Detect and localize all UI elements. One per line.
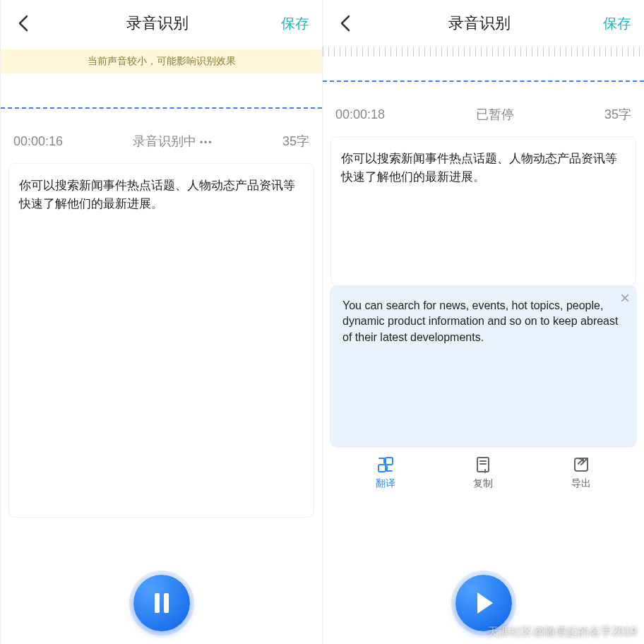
pane-recording: 录音识别 保存 当前声音较小，可能影响识别效果 00:00:16 录音识别中 3… (0, 0, 322, 644)
pause-icon (152, 592, 172, 614)
transcript-text: 你可以搜索新闻事件热点话题、人物动态产品资讯等快速了解他们的最新进展。 (19, 179, 295, 210)
translation-text: You can search for news, events, hot top… (342, 299, 618, 343)
pause-button[interactable] (133, 575, 190, 631)
svg-rect-3 (386, 458, 393, 465)
play-button[interactable] (455, 575, 512, 631)
low-volume-banner: 当前声音较小，可能影响识别效果 (1, 49, 322, 73)
action-label: 导出 (571, 477, 591, 490)
char-count: 35字 (282, 133, 309, 150)
back-button[interactable] (335, 13, 355, 33)
action-label: 翻译 (376, 477, 395, 490)
save-button[interactable]: 保存 (603, 14, 631, 33)
close-icon: × (620, 288, 630, 307)
action-label: 复制 (473, 477, 493, 490)
translate-button[interactable]: 翻译 (376, 455, 395, 490)
page-title: 录音识别 (126, 13, 189, 34)
status-row: 00:00:18 已暂停 35字 (323, 92, 644, 130)
waveform-line (1, 107, 322, 110)
svg-rect-0 (155, 593, 160, 613)
waveform-line (323, 80, 644, 83)
recording-state: 已暂停 (385, 106, 604, 123)
transcript-card: 你可以搜索新闻事件热点话题、人物动态产品资讯等快速了解他们的最新进展。 (331, 137, 636, 285)
close-translation-button[interactable]: × (620, 290, 630, 306)
pane-paused: 录音识别 保存 00:00:18 已暂停 35字 你可以搜索新闻事件热点话题、人… (322, 0, 644, 644)
transcript-text: 你可以搜索新闻事件热点话题、人物动态产品资讯等快速了解他们的最新进展。 (341, 152, 617, 184)
chevron-left-icon (17, 13, 30, 33)
export-button[interactable]: 导出 (571, 455, 591, 490)
elapsed-time: 00:00:18 (335, 107, 385, 122)
header: 录音识别 保存 (1, 0, 322, 47)
svg-marker-6 (477, 592, 493, 614)
elapsed-time: 00:00:16 (13, 134, 63, 149)
save-button[interactable]: 保存 (281, 14, 309, 33)
svg-rect-2 (378, 465, 386, 472)
back-button[interactable] (13, 13, 33, 33)
transcript-card: 你可以搜索新闻事件热点话题、人物动态产品资讯等快速了解他们的最新进展。 (9, 164, 314, 517)
recording-state: 录音识别中 (63, 133, 282, 150)
copy-icon (473, 455, 493, 475)
translation-panel: × You can search for news, events, hot t… (330, 285, 637, 448)
char-count: 35字 (604, 106, 631, 123)
play-icon (473, 591, 494, 615)
waveform-ruler (1, 73, 322, 119)
waveform-ruler (323, 47, 644, 92)
ruler-ticks (323, 47, 644, 56)
action-row: 翻译 复制 导出 (323, 448, 644, 490)
copy-button[interactable]: 复制 (473, 455, 493, 490)
translate-icon (376, 455, 395, 475)
export-icon (571, 455, 591, 475)
header: 录音识别 保存 (323, 0, 644, 47)
chevron-left-icon (339, 13, 352, 33)
page-title: 录音识别 (448, 13, 511, 34)
svg-rect-1 (164, 593, 169, 613)
status-row: 00:00:16 录音识别中 35字 (1, 119, 322, 157)
